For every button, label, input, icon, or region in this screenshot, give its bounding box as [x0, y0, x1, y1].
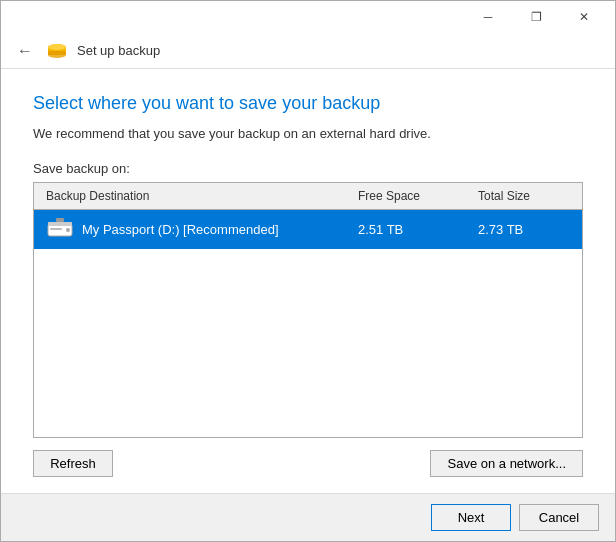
- nav-title: Set up backup: [77, 43, 160, 58]
- svg-rect-9: [50, 228, 62, 230]
- row-total-size-cell: 2.73 TB: [474, 220, 574, 239]
- svg-point-5: [48, 44, 66, 50]
- svg-rect-10: [56, 218, 64, 222]
- next-button[interactable]: Next: [431, 504, 511, 531]
- close-button[interactable]: ✕: [561, 3, 607, 31]
- col-free-space: Free Space: [354, 187, 474, 205]
- main-content: Select where you want to save your backu…: [1, 69, 615, 493]
- refresh-button[interactable]: Refresh: [33, 450, 113, 477]
- row-name: My Passport (D:) [Recommended]: [82, 222, 279, 237]
- cancel-button[interactable]: Cancel: [519, 504, 599, 531]
- svg-rect-2: [48, 51, 66, 55]
- table-header: Backup Destination Free Space Total Size: [34, 183, 582, 210]
- main-window: ─ ❐ ✕ ← Set up backup Select where you w…: [0, 0, 616, 542]
- drive-icon: [46, 218, 74, 241]
- backup-icon: [45, 37, 69, 64]
- row-free-space-cell: 2.51 TB: [354, 220, 474, 239]
- svg-point-8: [66, 228, 70, 232]
- network-button[interactable]: Save on a network...: [430, 450, 583, 477]
- row-destination-cell: My Passport (D:) [Recommended]: [42, 216, 354, 243]
- col-total-size: Total Size: [474, 187, 574, 205]
- save-label: Save backup on:: [33, 161, 583, 176]
- footer: Next Cancel: [1, 493, 615, 541]
- title-bar: ─ ❐ ✕: [1, 1, 615, 33]
- table-body: My Passport (D:) [Recommended] 2.51 TB 2…: [34, 210, 582, 437]
- back-button[interactable]: ←: [13, 39, 37, 63]
- nav-bar: ← Set up backup: [1, 33, 615, 69]
- backup-destination-table: Backup Destination Free Space Total Size: [33, 182, 583, 438]
- col-destination: Backup Destination: [42, 187, 354, 205]
- maximize-button[interactable]: ❐: [513, 3, 559, 31]
- page-heading: Select where you want to save your backu…: [33, 93, 583, 114]
- table-row[interactable]: My Passport (D:) [Recommended] 2.51 TB 2…: [34, 210, 582, 249]
- action-button-row: Refresh Save on a network...: [33, 450, 583, 477]
- svg-rect-7: [48, 222, 72, 226]
- title-bar-controls: ─ ❐ ✕: [465, 3, 607, 31]
- minimize-button[interactable]: ─: [465, 3, 511, 31]
- recommendation-text: We recommend that you save your backup o…: [33, 126, 583, 141]
